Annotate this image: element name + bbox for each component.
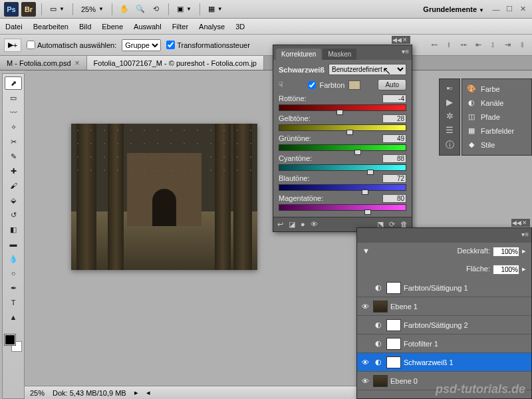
eraser-tool[interactable]: ◧	[5, 223, 22, 236]
menu-analyse[interactable]: Analyse	[199, 23, 225, 31]
type-tool[interactable]: T	[5, 296, 22, 309]
document-tab-1[interactable]: M - Fotolia.com.psd×	[0, 56, 87, 70]
layer-row[interactable]: ◐Farbton/Sättigung 2	[357, 316, 531, 334]
align-left-icon[interactable]: ⇤	[472, 39, 484, 51]
minimize-icon[interactable]: —	[491, 4, 501, 15]
tab-masken[interactable]: Masken	[323, 49, 356, 60]
close-icon[interactable]: ✕	[521, 219, 528, 226]
menu-bearbeiten[interactable]: Bearbeiten	[33, 23, 68, 31]
dock-farbe[interactable]: 🎨Farbe	[466, 82, 527, 96]
crop-tool[interactable]: ✂	[5, 135, 22, 148]
menu-auswahl[interactable]: Auswahl	[134, 23, 162, 31]
pen-tool[interactable]: ✒	[5, 281, 22, 295]
move-tool-icon[interactable]: ▶+	[4, 39, 21, 52]
auto-select-checkbox[interactable]: Automatisch auswählen:	[27, 41, 116, 49]
dock-farbfelder[interactable]: ▦Farbfelder	[466, 124, 527, 138]
layer-row[interactable]: ◐Farbton/Sättigung 1	[357, 279, 531, 297]
align-top-icon[interactable]: ⬴	[428, 39, 440, 51]
fill-input[interactable]	[493, 265, 519, 275]
actions-icon[interactable]: ✲	[446, 111, 454, 121]
eyedropper-tool[interactable]: ✎	[5, 150, 22, 163]
cyans-slider[interactable]: Cyantöne:88	[279, 154, 406, 171]
lasso-tool[interactable]: 〰	[5, 106, 22, 119]
adjustments-panel[interactable]: ◀◀✕ Korrekturen Masken ▾≡ Schwarzweiß Be…	[273, 45, 412, 232]
dodge-tool[interactable]: ○	[5, 267, 22, 280]
arrange-dropdown[interactable]: ▦▼	[205, 3, 225, 15]
layer-row[interactable]: ◐Fotofilter 1	[357, 334, 531, 353]
menu-filter[interactable]: Filter	[172, 23, 188, 31]
auto-select-mode[interactable]: Gruppe	[122, 39, 161, 51]
panel-menu-icon[interactable]: ▾≡	[402, 48, 409, 55]
eye-icon[interactable]: 👁	[360, 377, 370, 385]
greens-slider[interactable]: Grüntöne:49	[279, 134, 406, 151]
tint-checkbox[interactable]	[308, 81, 316, 89]
character-icon[interactable]: ☰	[446, 125, 454, 135]
histogram-icon[interactable]: ▪▫	[446, 83, 452, 93]
menu-ebene[interactable]: Ebene	[102, 23, 123, 31]
rotate-view-icon[interactable]: ⟲	[150, 3, 163, 16]
move-tool[interactable]: ⬈	[5, 76, 22, 90]
preset-dropdown[interactable]: Benutzerdefiniert	[329, 64, 406, 75]
close-icon[interactable]: ×	[75, 59, 80, 68]
opacity-input[interactable]	[493, 247, 519, 257]
align-right-icon[interactable]: ⇥	[501, 39, 513, 51]
distribute-icon[interactable]: ⫴	[516, 39, 528, 51]
auto-button[interactable]: Auto	[378, 79, 406, 90]
eye-icon[interactable]: 👁	[360, 303, 370, 311]
dock-kanaele[interactable]: ◐Kanäle	[466, 96, 527, 110]
close-icon[interactable]: ✕	[402, 37, 408, 43]
navigator-icon[interactable]: ▶	[446, 97, 453, 107]
dock-pfade[interactable]: ◫Pfade	[466, 110, 527, 124]
align-bottom-icon[interactable]: ⬵	[458, 39, 469, 51]
document-tab-2[interactable]: Fotolia_10072167_M - © pureshot - Fotoli…	[87, 56, 264, 70]
zoom-dropdown[interactable]: 25%▼	[78, 4, 106, 15]
maximize-icon[interactable]: ☐	[504, 4, 515, 15]
zoom-tool-icon[interactable]: 🔍	[134, 3, 147, 16]
history-brush-tool[interactable]: ↺	[5, 208, 22, 221]
panel-menu-icon[interactable]: ▾≡	[521, 231, 529, 238]
layers-panel[interactable]: ◀◀✕ ▾≡ ▼ Deckkraft: ▸ Fläche: ▸ ◐Farbton…	[356, 227, 532, 399]
bridge-logo-icon[interactable]: Br	[21, 2, 36, 17]
magic-wand-tool[interactable]: ✧	[5, 120, 22, 134]
hand-tool-icon[interactable]: ✋	[118, 3, 131, 16]
color-swatches[interactable]	[5, 334, 22, 352]
collapse-icon[interactable]: ◀◀	[513, 219, 520, 226]
blues-slider[interactable]: Blautöne:72	[279, 174, 406, 191]
collapse-icon[interactable]: ◀◀	[394, 37, 400, 43]
eye-icon[interactable]: 👁	[360, 358, 370, 366]
align-vcenter-icon[interactable]: ⫲	[443, 39, 455, 51]
yellows-slider[interactable]: Gelbtöne:28	[279, 114, 406, 131]
workspace-switcher[interactable]: Grundelemente ▼	[419, 5, 488, 13]
stamp-tool[interactable]: ⬙	[5, 194, 22, 207]
healing-tool[interactable]: ✚	[5, 164, 22, 178]
document-canvas[interactable]	[71, 124, 257, 270]
close-icon[interactable]: ✕	[517, 4, 528, 15]
layer-row[interactable]: 👁Ebene 1	[357, 297, 531, 316]
marquee-tool[interactable]: ▭	[5, 91, 22, 104]
info-icon[interactable]: ⓘ	[446, 139, 454, 151]
dock-stile[interactable]: ◆Stile	[466, 138, 527, 152]
visibility-icon[interactable]: 👁	[311, 220, 318, 229]
align-hcenter-icon[interactable]: ⫱	[487, 39, 499, 51]
blur-tool[interactable]: 💧	[5, 252, 22, 265]
layout-dropdown[interactable]: ▭▼	[47, 3, 67, 15]
menu-bild[interactable]: Bild	[79, 23, 91, 31]
back-icon[interactable]: ↩	[277, 220, 283, 229]
menu-3d[interactable]: 3D	[235, 23, 245, 31]
tint-swatch[interactable]	[348, 80, 360, 90]
tab-korrekturen[interactable]: Korrekturen	[276, 49, 321, 60]
menu-datei[interactable]: Datei	[5, 23, 23, 31]
zoom-field[interactable]: 25%	[30, 389, 45, 397]
gradient-tool[interactable]: ▬	[5, 237, 22, 251]
layer-row-selected[interactable]: 👁◐Schwarzweiß 1	[357, 353, 531, 372]
screen-mode-dropdown[interactable]: ▣▼	[174, 3, 194, 15]
magentas-slider[interactable]: Magentatöne:80	[279, 194, 406, 211]
brush-tool[interactable]: 🖌	[5, 179, 22, 192]
hand-icon[interactable]: ☟	[279, 80, 283, 89]
reds-slider[interactable]: Rottöne:-4	[279, 94, 406, 111]
transform-controls-checkbox[interactable]: Transformationssteuer	[166, 41, 250, 49]
expand-icon[interactable]: ◪	[289, 220, 295, 229]
clip-icon[interactable]: ●	[301, 220, 305, 229]
layer-row[interactable]: 👁Ebene 0	[357, 372, 531, 390]
path-select-tool[interactable]: ▲	[5, 311, 22, 324]
